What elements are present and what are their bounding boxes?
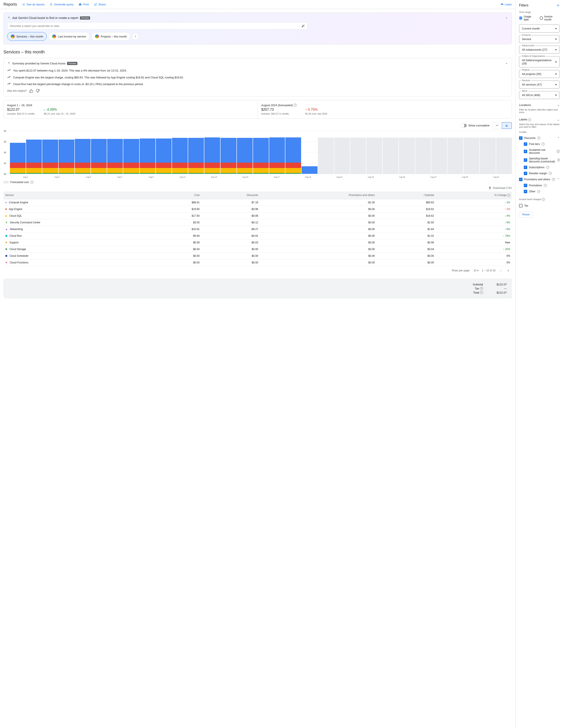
bar[interactable] [496,131,512,174]
services-select[interactable]: ServicesAll services (47)▾ [519,81,560,89]
bar[interactable] [383,131,398,174]
projects-select[interactable]: ProjectsAll projects (55)▾ [519,70,560,78]
download-csv-link[interactable]: Download CSV [3,186,512,190]
subaccounts-select[interactable]: SubaccountsAll subaccounts (27)▾ [519,46,560,54]
help-icon[interactable]: ? [507,194,510,197]
help-icon[interactable]: ? [558,159,560,162]
help-icon[interactable]: ? [537,190,540,193]
bar[interactable] [10,131,26,174]
skus-select[interactable]: SKUsAll SKUs (408)▾ [519,91,560,99]
thumbs-down-icon[interactable] [36,89,40,93]
collapse-icon[interactable] [505,16,508,20]
table-row[interactable]: ▼Security Command Center$3.05-$0.12$0.00… [3,219,512,226]
chip-last-invoice[interactable]: Last invoice by service [48,32,90,41]
collapse-icon[interactable] [505,62,508,65]
bar[interactable] [302,131,317,174]
chevron-up-icon[interactable]: ⌃ [557,137,560,140]
prev-page-icon[interactable] [499,269,503,272]
learn-link[interactable]: Learn [501,3,512,6]
help-icon[interactable]: ? [480,291,483,294]
print-link[interactable]: Print [79,3,89,6]
table-row[interactable]: ⬟Cloud Run$5.94-$4.91$0.00$1.02↓ 76% [3,232,512,239]
reset-button[interactable]: Reset [519,211,533,218]
help-icon[interactable]: ? [294,104,297,107]
bar[interactable] [123,131,139,174]
see-all-reports-link[interactable]: See all reports [22,3,45,6]
time-range-select[interactable]: Current month▾ [519,25,560,33]
bar[interactable] [399,131,415,174]
locations-toggle[interactable]: Locations⌄ [519,102,560,108]
gemini-input[interactable] [7,22,308,30]
table-row[interactable]: ●Compute Engine$88.81-$7.18-$1.00$80.63↓… [3,199,512,206]
column-header[interactable]: Cost [156,191,201,199]
free-tiers-checkbox[interactable]: Free tiers? [519,141,560,147]
bar[interactable] [188,131,204,174]
bar[interactable] [42,131,58,174]
help-icon[interactable]: ? [542,198,545,201]
column-header[interactable]: Service [3,191,156,199]
folders-select[interactable]: Folders & OrganizationsAll folders/organ… [519,56,560,67]
table-row[interactable]: ◆Cloud SQL$17.50-$0.88$0.00$16.62↓ 4% [3,212,512,219]
help-icon[interactable]: ? [30,181,33,184]
bar[interactable] [367,131,382,174]
column-header[interactable]: ↓ Subtotal [377,191,436,199]
table-row[interactable]: ⬢Cloud Scheduler$0.00$0.00$0.00$0.000% [3,252,512,259]
rows-per-page-select[interactable]: 10 ▾ [474,269,479,272]
bar[interactable] [269,131,285,174]
radio-invoice-month[interactable]: Invoice month [540,15,560,21]
help-icon[interactable]: ? [552,178,555,181]
bar-chart-btn[interactable] [502,122,512,129]
bar[interactable] [448,131,463,174]
bar[interactable] [415,131,431,174]
gemini-input-field[interactable] [10,24,302,28]
bar[interactable] [172,131,188,174]
bar[interactable] [26,131,42,174]
help-icon[interactable]: ? [542,143,545,146]
bar[interactable] [318,131,334,174]
help-icon[interactable]: ? [537,137,540,140]
bar[interactable] [91,131,107,174]
chevron-up-icon[interactable]: ⌃ [557,178,560,181]
bar[interactable] [253,131,269,174]
tax-checkbox[interactable]: Tax [519,203,560,209]
chip-next-arrow[interactable] [132,33,139,40]
help-icon[interactable]: ? [544,184,547,187]
help-icon[interactable]: ? [546,166,549,169]
bar[interactable] [334,131,350,174]
bar[interactable] [237,131,252,174]
thumbs-up-icon[interactable] [29,89,33,93]
help-icon[interactable]: ? [557,150,560,153]
help-icon[interactable]: ? [528,118,531,121]
table-row[interactable]: ■App Engine$19.60-$0.98$0.00$18.62↑ 1% [3,206,512,212]
promotions-checkbox[interactable]: Promotions? [519,182,560,188]
group-by-select[interactable]: Group byService▾ [519,35,560,43]
reseller-checkbox[interactable]: Reseller margin? [519,170,560,176]
bar[interactable] [107,131,123,174]
generate-query-link[interactable]: Generate query [50,3,73,6]
sustained-checkbox[interactable]: Sustained use discounts? [519,147,560,156]
chip-projects-this-month[interactable]: Projects – this month [91,32,130,41]
column-header[interactable]: Discounts [201,191,260,199]
bar[interactable] [480,131,496,174]
spending-checkbox[interactable]: Spending based discounts (contractual)? [519,156,560,164]
table-row[interactable]: ✖Cloud Storage$0.04$0.00$0.00$0.04↓ 20% [3,246,512,252]
bar[interactable] [220,131,236,174]
bar[interactable] [59,131,74,174]
bar[interactable] [464,131,479,174]
bar[interactable] [350,131,366,174]
bar[interactable] [286,131,301,174]
discounts-checkbox[interactable]: Discounts?⌃ [519,135,560,141]
promotions-others-checkbox[interactable]: Promotions and others?⌃ [519,176,560,182]
help-icon[interactable]: ? [480,287,483,290]
cumulative-toggle[interactable]: Show cumulative [461,124,490,127]
labels-toggle[interactable]: Labels ?⌄ [519,116,560,123]
next-page-icon[interactable] [506,269,510,272]
bar[interactable] [156,131,171,174]
line-chart-btn[interactable] [492,122,502,129]
column-header[interactable]: Promotions and others [260,191,377,199]
bar[interactable] [140,131,155,174]
radio-usage-date[interactable]: Usage date [519,15,536,21]
bar[interactable] [75,131,90,174]
column-header[interactable]: % Change ? [436,191,512,199]
chip-services-this-month[interactable]: Services – this month [7,32,47,41]
